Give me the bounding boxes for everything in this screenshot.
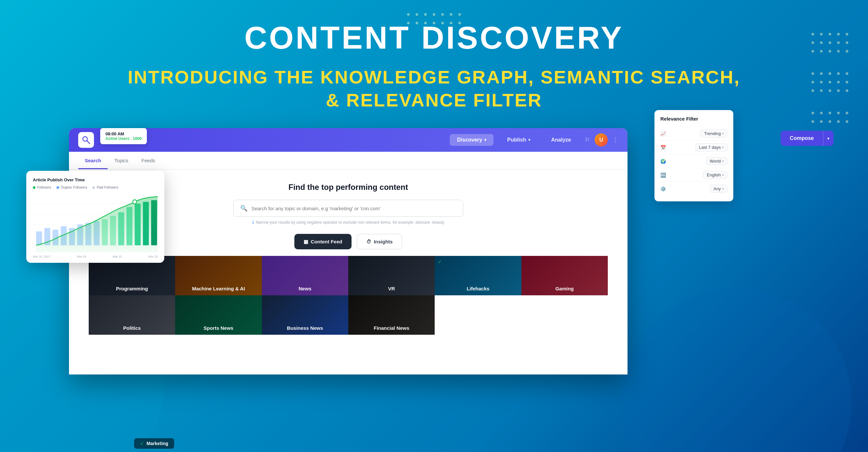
action-buttons: ▦ Content Feed ⏱ Insights [294,234,402,249]
publish-nav-button[interactable]: Publish ▾ [500,134,537,146]
compose-dropdown-button[interactable]: ▾ [823,131,834,146]
topic-label-programming: Programming [89,282,175,295]
svg-rect-6 [36,231,42,245]
any-chevron-icon: ▾ [722,187,724,191]
trending-dropdown[interactable]: Trending ▾ [701,129,727,138]
legend-followers: Followers [33,186,51,189]
filter-title: Relevance Filter [660,116,727,122]
flag-icon[interactable]: ⚐ [585,136,590,143]
publish-chevron-icon: ▾ [528,138,530,142]
calendar-icon: 📅 [660,145,666,150]
topic-card-financial[interactable]: Financial News [348,295,435,335]
region-dropdown[interactable]: World ▾ [706,157,727,165]
compose-wrapper: Compose ▾ [781,131,834,146]
insights-icon: ⏱ [366,239,371,245]
marketing-check-icon: ✓ [140,441,144,446]
topic-grid: Programming Machine Learning & AI News [89,256,608,335]
chart-area: Nov 10, 2017 Nov 15 Mar 15 Nov 15 [33,193,158,252]
legend-organic: Organic Followers [57,186,87,189]
search-heading: Find the top performing content [288,183,408,192]
filter-row-trending: 📈 Trending ▾ [660,127,727,140]
more-options-icon[interactable]: ⋮ [612,136,618,143]
tab-search[interactable]: Search [78,152,108,169]
topic-label-financial: Financial News [348,321,435,335]
lifehacks-check-icon: ✓ [438,259,442,264]
hero-subtitle: INTRODUCING THE KNOWLEDGE GRAPH, SEMANTI… [0,66,868,112]
marketing-tag: ✓ Marketing [134,438,174,449]
language-dropdown[interactable]: English ▾ [703,171,727,179]
topic-card-business[interactable]: Business News [262,295,348,335]
info-icon: ℹ [252,220,254,225]
topic-card-politics[interactable]: Politics [89,295,175,335]
topic-label-sports: Sports News [175,321,261,335]
topic-card-vr[interactable]: VR [348,256,435,295]
topic-card-ml[interactable]: Machine Learning & AI [175,256,261,295]
language-icon: 🔤 [660,172,666,178]
dot-grid-right3 [811,112,848,123]
compose-area: Compose ▾ [781,131,834,146]
topic-label-vr: VR [348,282,435,295]
legend-dot-paid [92,186,95,189]
tab-topics[interactable]: Topics [108,152,135,169]
filter-row-date: 📅 Last 7 days ▾ [660,140,727,154]
tooltip-users: Active Users : 1000 [105,136,142,141]
svg-point-0 [83,137,87,141]
compose-button[interactable]: Compose [781,131,823,146]
tooltip-time: 08:00 AM [105,131,142,136]
app-logo [78,132,94,148]
chart-card: Article Publish Over Time Followers Orga… [26,171,164,263]
chart-legend: Followers Organic Followers Paid Followe… [33,186,158,189]
trending-chevron-icon: ▾ [722,132,724,135]
date-dropdown[interactable]: Last 7 days ▾ [695,143,728,152]
date-chevron-icon: ▾ [722,146,724,149]
topic-label-lifehacks: Lifehacks [435,282,521,295]
topic-label-news: News [262,282,348,295]
topic-card-news[interactable]: News [262,256,348,295]
content-feed-button[interactable]: ▦ Content Feed [294,234,351,249]
search-hint: ℹ Narrow your results by using negative … [252,220,444,225]
relevance-filter-panel: Relevance Filter 📈 Trending ▾ 📅 Last 7 d… [654,110,733,201]
any-dropdown[interactable]: Any ▾ [710,185,727,193]
tab-feeds[interactable]: Feeds [135,152,162,169]
globe-icon: 🌍 [660,159,666,164]
sub-nav: Search Topics Feeds [69,152,627,169]
chart-title: Article Publish Over Time [33,177,158,182]
svg-point-21 [133,200,137,204]
language-chevron-icon: ▾ [722,173,724,177]
search-bar[interactable]: 🔍 [233,200,463,217]
chart-tooltip: 08:00 AM Active Users : 1000 [100,128,147,144]
avatar: U [595,133,608,147]
settings-icon: ⚙️ [660,186,666,192]
filter-row-language: 🔤 English ▾ [660,168,727,182]
content-feed-icon: ▦ [304,239,308,245]
bg-decoration-right [622,288,851,452]
legend-dot-followers [33,186,35,189]
trending-icon: 📈 [660,131,666,136]
region-chevron-icon: ▾ [722,159,724,163]
filter-row-any: ⚙️ Any ▾ [660,182,727,195]
filter-row-region: 🌍 World ▾ [660,154,727,168]
app-nav: WORKSPACE ContentStudio ▾ Discovery ▾ Pu… [69,128,627,152]
topic-card-sports[interactable]: Sports News [175,295,261,335]
search-input[interactable] [251,206,456,211]
search-icon: 🔍 [240,205,247,212]
topic-label-politics: Politics [89,321,175,335]
hero-title: CONTENT DISCOVERY [0,20,868,56]
legend-dot-organic [57,186,59,189]
topic-card-lifehacks[interactable]: ✓ Lifehacks [435,256,521,295]
discovery-chevron-icon: ▾ [484,138,486,142]
hero-subtitle-line2: & RELEVANCE FILTER [326,90,542,110]
topic-label-business: Business News [262,321,348,335]
topic-label-gaming: Gaming [521,282,608,295]
insights-button[interactable]: ⏱ Insights [357,234,402,249]
marketing-label: Marketing [147,441,168,446]
topic-label-ml: Machine Learning & AI [175,282,261,295]
discovery-nav-button[interactable]: Discovery ▾ [450,134,493,146]
nav-icons: ⚐ U ⋮ [585,133,618,147]
hero-subtitle-line1: INTRODUCING THE KNOWLEDGE GRAPH, SEMANTI… [128,67,740,87]
legend-paid: Paid Followers [92,186,118,189]
analyze-nav-button[interactable]: Analyze [544,134,578,146]
topic-card-gaming[interactable]: Gaming [521,256,608,295]
hero-header: CONTENT DISCOVERY INTRODUCING THE KNOWLE… [0,0,868,112]
